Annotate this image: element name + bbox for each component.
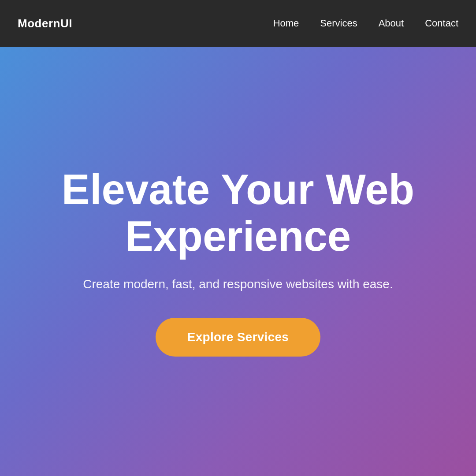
explore-services-button[interactable]: Explore Services [156,318,321,357]
nav-item-services: Services [320,18,357,29]
nav-link-services[interactable]: Services [320,18,357,29]
hero-title: Elevate Your Web Experience [40,166,436,259]
nav-link-about[interactable]: About [379,18,404,29]
nav-links: Home Services About Contact [273,18,458,29]
navbar: ModernUI Home Services About Contact [0,0,476,47]
nav-link-home[interactable]: Home [273,18,299,29]
nav-item-about: About [379,18,404,29]
hero-section: Elevate Your Web Experience Create moder… [0,47,476,476]
nav-link-contact[interactable]: Contact [425,18,458,29]
nav-item-home: Home [273,18,299,29]
site-logo[interactable]: ModernUI [18,17,72,30]
hero-subtitle: Create modern, fast, and responsive webs… [83,277,393,291]
nav-item-contact: Contact [425,18,458,29]
